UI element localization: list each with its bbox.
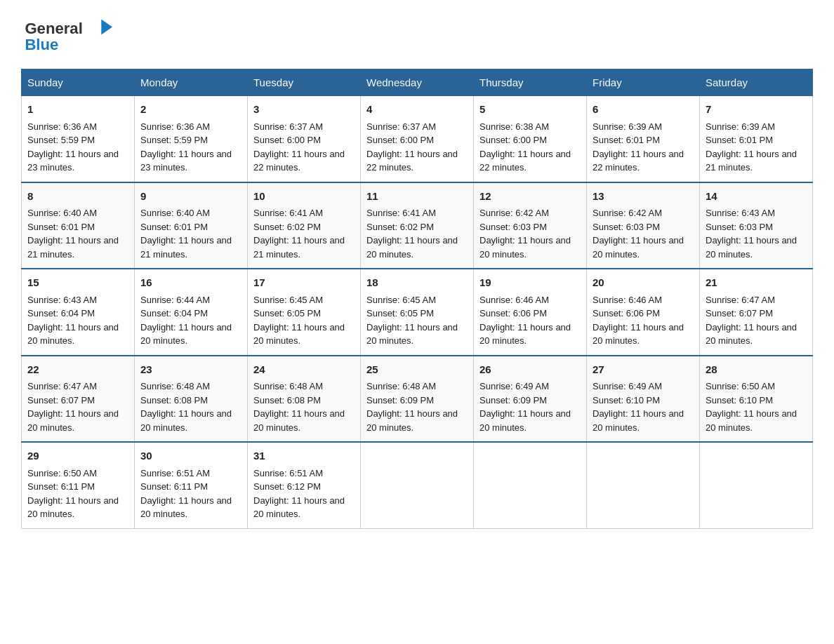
sunset-text: Sunset: 6:08 PM [253,395,321,405]
day-number: 8 [27,189,128,205]
logo-svg: General Blue [21,14,119,56]
sunrise-text: Sunrise: 6:44 AM [140,295,210,305]
day-number: 17 [253,275,355,291]
daylight-text: Daylight: 11 hours and 20 minutes. [479,322,571,347]
sunset-text: Sunset: 6:12 PM [253,481,321,492]
sunset-text: Sunset: 6:06 PM [479,308,547,318]
sunrise-text: Sunrise: 6:42 AM [593,208,662,218]
day-number: 15 [27,275,128,291]
day-header-thursday: Thursday [474,69,587,96]
day-number: 14 [706,189,807,205]
sunrise-text: Sunrise: 6:50 AM [706,381,775,391]
sunset-text: Sunset: 6:11 PM [140,481,208,492]
sunset-text: Sunset: 6:03 PM [479,222,547,232]
sunset-text: Sunset: 6:02 PM [253,222,321,232]
calendar-table: SundayMondayTuesdayWednesdayThursdayFrid… [21,69,813,529]
calendar-cell: 27Sunrise: 6:49 AMSunset: 6:10 PMDayligh… [587,356,700,443]
calendar-cell: 23Sunrise: 6:48 AMSunset: 6:08 PMDayligh… [135,356,248,443]
day-header-saturday: Saturday [700,69,813,96]
daylight-text: Daylight: 11 hours and 20 minutes. [253,495,345,520]
header-row: SundayMondayTuesdayWednesdayThursdayFrid… [22,69,813,96]
day-number: 4 [366,102,468,118]
daylight-text: Daylight: 11 hours and 23 minutes. [140,149,232,173]
sunrise-text: Sunrise: 6:51 AM [140,468,210,478]
day-number: 3 [253,102,355,118]
sunset-text: Sunset: 6:02 PM [366,222,434,232]
daylight-text: Daylight: 11 hours and 20 minutes. [140,495,232,520]
calendar-cell [587,442,700,528]
svg-marker-1 [101,19,112,34]
calendar-cell: 2Sunrise: 6:36 AMSunset: 5:59 PMDaylight… [135,96,248,182]
day-number: 9 [140,189,241,205]
daylight-text: Daylight: 11 hours and 21 minutes. [27,235,119,260]
sunset-text: Sunset: 6:04 PM [140,308,208,318]
calendar-cell: 19Sunrise: 6:46 AMSunset: 6:06 PMDayligh… [474,269,587,356]
daylight-text: Daylight: 11 hours and 20 minutes. [140,322,232,347]
sunset-text: Sunset: 6:08 PM [140,395,208,405]
day-number: 22 [27,362,128,378]
day-header-sunday: Sunday [22,69,135,96]
calendar-cell: 14Sunrise: 6:43 AMSunset: 6:03 PMDayligh… [700,182,813,269]
daylight-text: Daylight: 11 hours and 20 minutes. [706,235,797,260]
calendar-cell: 10Sunrise: 6:41 AMSunset: 6:02 PMDayligh… [248,182,361,269]
daylight-text: Daylight: 11 hours and 21 minutes. [706,149,797,173]
sunset-text: Sunset: 6:06 PM [593,308,660,318]
daylight-text: Daylight: 11 hours and 21 minutes. [140,235,232,260]
svg-text:Blue: Blue [25,36,58,53]
sunset-text: Sunset: 6:10 PM [593,395,660,405]
day-number: 28 [706,362,807,378]
sunset-text: Sunset: 6:03 PM [593,222,660,232]
calendar-cell: 18Sunrise: 6:45 AMSunset: 6:05 PMDayligh… [361,269,474,356]
sunrise-text: Sunrise: 6:46 AM [479,295,549,305]
daylight-text: Daylight: 11 hours and 23 minutes. [27,149,119,173]
daylight-text: Daylight: 11 hours and 20 minutes. [253,322,345,347]
calendar-cell: 25Sunrise: 6:48 AMSunset: 6:09 PMDayligh… [361,356,474,443]
logo: General Blue [21,14,119,56]
calendar-cell: 4Sunrise: 6:37 AMSunset: 6:00 PMDaylight… [361,96,474,182]
day-number: 23 [140,362,241,378]
day-number: 31 [253,448,355,464]
daylight-text: Daylight: 11 hours and 20 minutes. [593,235,684,260]
sunrise-text: Sunrise: 6:47 AM [27,381,97,391]
daylight-text: Daylight: 11 hours and 20 minutes. [479,408,571,433]
sunrise-text: Sunrise: 6:42 AM [479,208,549,218]
sunrise-text: Sunrise: 6:49 AM [479,381,549,391]
day-number: 10 [253,189,355,205]
calendar-cell: 26Sunrise: 6:49 AMSunset: 6:09 PMDayligh… [474,356,587,443]
sunset-text: Sunset: 6:07 PM [27,395,95,405]
calendar-cell: 13Sunrise: 6:42 AMSunset: 6:03 PMDayligh… [587,182,700,269]
day-number: 26 [479,362,581,378]
daylight-text: Daylight: 11 hours and 20 minutes. [27,408,119,433]
week-row-3: 15Sunrise: 6:43 AMSunset: 6:04 PMDayligh… [22,269,813,356]
calendar-cell [700,442,813,528]
calendar-cell: 6Sunrise: 6:39 AMSunset: 6:01 PMDaylight… [587,96,700,182]
calendar-cell: 16Sunrise: 6:44 AMSunset: 6:04 PMDayligh… [135,269,248,356]
day-number: 6 [593,102,694,118]
day-number: 12 [479,189,581,205]
week-row-2: 8Sunrise: 6:40 AMSunset: 6:01 PMDaylight… [22,182,813,269]
sunset-text: Sunset: 6:00 PM [366,135,434,145]
day-number: 7 [706,102,807,118]
calendar-cell: 30Sunrise: 6:51 AMSunset: 6:11 PMDayligh… [135,442,248,528]
day-header-wednesday: Wednesday [361,69,474,96]
calendar-cell: 28Sunrise: 6:50 AMSunset: 6:10 PMDayligh… [700,356,813,443]
daylight-text: Daylight: 11 hours and 20 minutes. [706,322,797,347]
calendar-cell: 15Sunrise: 6:43 AMSunset: 6:04 PMDayligh… [22,269,135,356]
daylight-text: Daylight: 11 hours and 20 minutes. [27,495,119,520]
day-number: 2 [140,102,241,118]
day-number: 30 [140,448,241,464]
day-number: 5 [479,102,581,118]
sunrise-text: Sunrise: 6:41 AM [366,208,436,218]
sunrise-text: Sunrise: 6:48 AM [140,381,210,391]
sunrise-text: Sunrise: 6:37 AM [253,121,323,132]
day-number: 1 [27,102,128,118]
daylight-text: Daylight: 11 hours and 22 minutes. [479,149,571,173]
calendar-cell: 17Sunrise: 6:45 AMSunset: 6:05 PMDayligh… [248,269,361,356]
sunrise-text: Sunrise: 6:50 AM [27,468,97,478]
sunset-text: Sunset: 6:01 PM [27,222,95,232]
daylight-text: Daylight: 11 hours and 20 minutes. [140,408,232,433]
sunset-text: Sunset: 6:01 PM [593,135,660,145]
day-number: 25 [366,362,468,378]
daylight-text: Daylight: 11 hours and 20 minutes. [593,322,684,347]
sunrise-text: Sunrise: 6:36 AM [27,121,97,132]
